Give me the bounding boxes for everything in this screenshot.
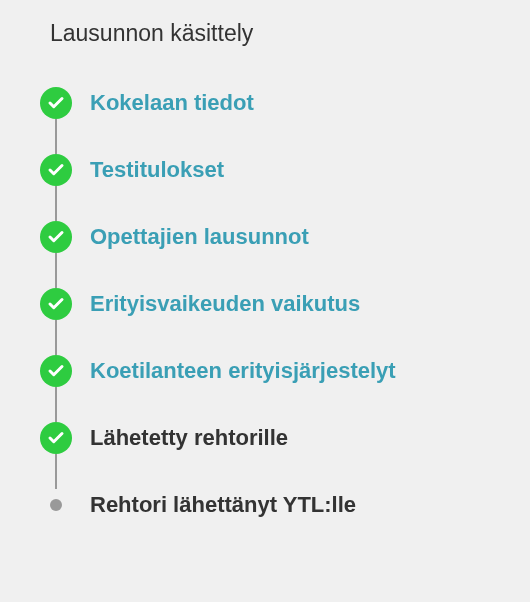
checkmark-icon bbox=[40, 422, 72, 454]
step-link[interactable]: Erityisvaikeuden vaikutus bbox=[90, 291, 360, 317]
step-link[interactable]: Opettajien lausunnot bbox=[90, 224, 309, 250]
checkmark-icon bbox=[40, 355, 72, 387]
step-link[interactable]: Testitulokset bbox=[90, 157, 224, 183]
page-title: Lausunnon käsittely bbox=[50, 20, 490, 47]
step-item: Kokelaan tiedot bbox=[40, 87, 490, 119]
step-link[interactable]: Kokelaan tiedot bbox=[90, 90, 254, 116]
checkmark-icon bbox=[40, 87, 72, 119]
step-item: Lähetetty rehtorille bbox=[40, 422, 490, 454]
step-item: Opettajien lausunnot bbox=[40, 221, 490, 253]
checkmark-icon bbox=[40, 221, 72, 253]
checkmark-icon bbox=[40, 154, 72, 186]
dot-icon bbox=[40, 489, 72, 521]
step-label: Lähetetty rehtorille bbox=[90, 425, 288, 451]
step-item: Testitulokset bbox=[40, 154, 490, 186]
checkmark-icon bbox=[40, 288, 72, 320]
step-label: Rehtori lähettänyt YTL:lle bbox=[90, 492, 356, 518]
steps-list: Kokelaan tiedot Testitulokset Opettajien… bbox=[40, 87, 490, 521]
step-item: Koetilanteen erityisjärjestelyt bbox=[40, 355, 490, 387]
step-item: Rehtori lähettänyt YTL:lle bbox=[40, 489, 490, 521]
step-item: Erityisvaikeuden vaikutus bbox=[40, 288, 490, 320]
step-link[interactable]: Koetilanteen erityisjärjestelyt bbox=[90, 358, 396, 384]
